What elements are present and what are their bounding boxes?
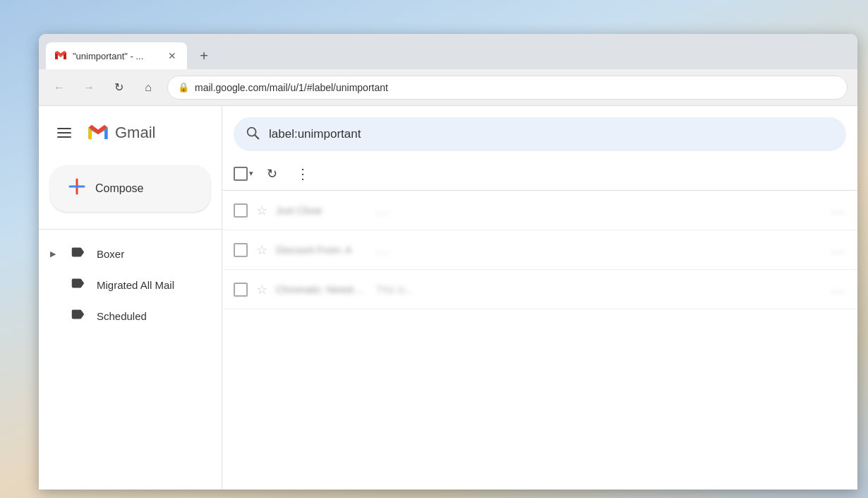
email-sender-3: Chromatic: Newsletter bbox=[276, 284, 368, 295]
sidebar-item-label-boxer: Boxer bbox=[97, 248, 124, 260]
email-date-3: ...... bbox=[831, 284, 846, 295]
sidebar-item-label-migrated: Migrated All Mail bbox=[97, 279, 174, 291]
email-subject-3: This is... bbox=[376, 284, 822, 295]
email-row[interactable]: ☆ Discount From: A ..... ...... bbox=[222, 230, 857, 270]
tab-title: "unimportant" - ... bbox=[73, 51, 160, 61]
gmail-main: label:unimportant ▾ ↻ ⋮ ☆ Just Close ...… bbox=[222, 106, 857, 490]
gmail-logo-area: Gmail bbox=[85, 120, 155, 146]
sidebar-divider-1 bbox=[39, 229, 222, 230]
email-row[interactable]: ☆ Chromatic: Newsletter This is... .....… bbox=[222, 270, 857, 309]
sidebar-item-label-scheduled: Scheduled bbox=[97, 310, 147, 322]
browser-window: "unimportant" - ... ✕ + ← → ↻ ⌂ 🔒 mail.g… bbox=[39, 34, 857, 490]
email-list: ☆ Just Close ..... ...... ☆ Discount Fro… bbox=[222, 191, 857, 490]
sidebar-nav: ▶ Boxer ▶ Migrated All Mail ▶ bbox=[39, 235, 222, 334]
email-star-1[interactable]: ☆ bbox=[256, 203, 267, 218]
sidebar-item-migrated-all-mail[interactable]: ▶ Migrated All Mail bbox=[39, 269, 210, 300]
lock-icon: 🔒 bbox=[178, 82, 189, 93]
search-icon bbox=[245, 125, 260, 144]
tab-favicon bbox=[54, 49, 67, 62]
tab-close-button[interactable]: ✕ bbox=[166, 49, 179, 62]
browser-content: Gmail Compose ▶ bbox=[39, 106, 857, 490]
email-checkbox-1[interactable] bbox=[234, 203, 248, 218]
select-dropdown-arrow[interactable]: ▾ bbox=[249, 169, 253, 178]
email-star-2[interactable]: ☆ bbox=[256, 242, 267, 258]
active-tab[interactable]: "unimportant" - ... ✕ bbox=[46, 42, 187, 69]
hamburger-line-1 bbox=[57, 128, 71, 129]
search-bar[interactable]: label:unimportant bbox=[234, 117, 846, 151]
url-text: mail.google.com/mail/u/1/#label/unimport… bbox=[195, 82, 388, 93]
label-tag-icon-scheduled bbox=[70, 307, 85, 326]
compose-button[interactable]: Compose bbox=[50, 165, 210, 212]
gmail-text: Gmail bbox=[115, 124, 155, 142]
compose-plus-icon bbox=[67, 177, 87, 201]
label-tag-icon-boxer bbox=[70, 244, 85, 263]
gmail-header: Gmail bbox=[39, 112, 222, 154]
refresh-button[interactable]: ↻ bbox=[259, 161, 284, 186]
email-checkbox-2[interactable] bbox=[234, 243, 248, 257]
label-tag-icon-migrated bbox=[70, 275, 85, 295]
hamburger-line-3 bbox=[57, 136, 71, 138]
gmail-sidebar: Gmail Compose ▶ bbox=[39, 106, 222, 490]
email-date-1: ...... bbox=[831, 205, 846, 215]
reload-button[interactable]: ↻ bbox=[108, 77, 129, 98]
back-button[interactable]: ← bbox=[49, 77, 70, 98]
svg-line-3 bbox=[255, 135, 258, 138]
select-checkbox-dropdown[interactable]: ▾ bbox=[234, 167, 253, 181]
hamburger-line-2 bbox=[57, 132, 71, 134]
new-tab-button[interactable]: + bbox=[193, 45, 215, 67]
address-bar-row: ← → ↻ ⌂ 🔒 mail.google.com/mail/u/1/#labe… bbox=[39, 69, 857, 106]
forward-button[interactable]: → bbox=[78, 77, 100, 98]
compose-label: Compose bbox=[95, 182, 143, 195]
email-subject-1: ..... bbox=[376, 205, 822, 216]
hamburger-button[interactable] bbox=[50, 119, 78, 147]
sidebar-item-boxer[interactable]: ▶ Boxer bbox=[39, 238, 210, 269]
mail-toolbar: ▾ ↻ ⋮ bbox=[222, 157, 857, 191]
select-all-checkbox[interactable] bbox=[234, 167, 248, 181]
email-date-2: ...... bbox=[831, 244, 846, 255]
sidebar-item-scheduled[interactable]: ▶ Scheduled bbox=[39, 300, 210, 331]
more-options-button[interactable]: ⋮ bbox=[290, 161, 315, 186]
gmail-logo-icon bbox=[85, 120, 111, 146]
address-field[interactable]: 🔒 mail.google.com/mail/u/1/#label/unimpo… bbox=[167, 76, 848, 100]
email-sender-1: Just Close bbox=[276, 205, 368, 216]
home-button[interactable]: ⌂ bbox=[138, 77, 159, 98]
expand-arrow-boxer: ▶ bbox=[50, 249, 59, 259]
email-row[interactable]: ☆ Just Close ..... ...... bbox=[222, 191, 857, 230]
email-subject-2: ..... bbox=[376, 244, 822, 256]
email-star-3[interactable]: ☆ bbox=[256, 282, 267, 297]
tab-bar: "unimportant" - ... ✕ + bbox=[39, 34, 857, 69]
email-sender-2: Discount From: A bbox=[276, 244, 368, 256]
email-checkbox-3[interactable] bbox=[234, 283, 248, 297]
search-query-text: label:unimportant bbox=[269, 127, 361, 141]
